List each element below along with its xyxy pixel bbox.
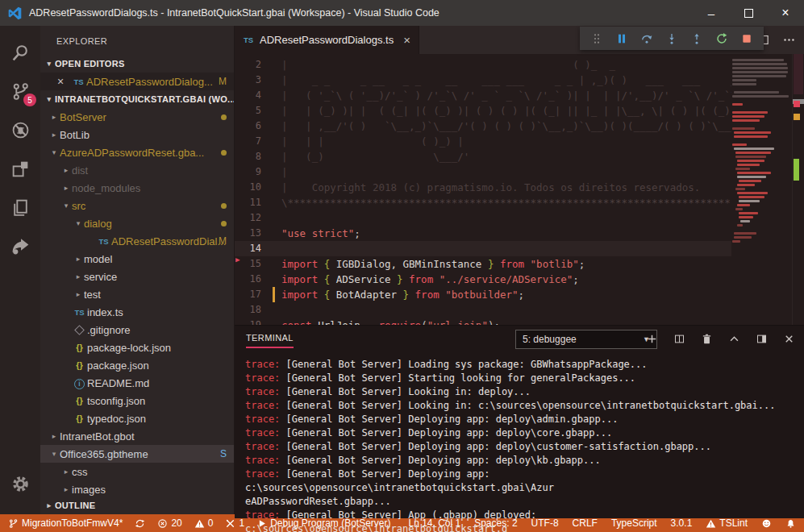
tree-item-label: dialog — [84, 218, 234, 230]
terminal-panel: TERMINAL 5: debuggee ▼ trace: [General B… — [235, 325, 804, 518]
modified-badge: M — [219, 235, 227, 247]
open-editor-item[interactable]: ×TSADResetPasswordDialog...M — [40, 73, 234, 90]
open-editors-header[interactable]: ▾ OPEN EDITORS — [40, 55, 234, 73]
tree-item-package-lock-json[interactable]: {}package-lock.json — [40, 339, 234, 356]
code-line-11: 11\*************************************… — [235, 195, 804, 210]
extensions-icon — [10, 159, 31, 179]
pause-icon[interactable] — [615, 32, 628, 45]
activity-item-extensions[interactable] — [0, 149, 40, 188]
tree-item-label: ADResetPasswordDial... — [111, 235, 234, 247]
close-icon[interactable] — [783, 333, 795, 345]
maximize-button[interactable] — [730, 0, 767, 26]
activity-item-pages[interactable] — [0, 188, 40, 227]
tree-item-azureadpasswordreset-gba-[interactable]: ▾AzureADPasswordReset.gba... — [40, 143, 234, 161]
panel-right-icon[interactable] — [756, 333, 768, 345]
activity-item-source-control[interactable]: 5 — [0, 72, 40, 110]
tree-item-service[interactable]: ▸service — [40, 268, 234, 285]
code-line-3: 3| _ _ _ __ _ _ __ ___ ___ _ _ | ,_)( ) … — [235, 73, 804, 88]
chevron-expanded-icon: ▾ — [44, 95, 55, 103]
tree-item-adresetpassworddial-[interactable]: TSADResetPasswordDial...M — [40, 232, 234, 250]
restart-icon[interactable] — [715, 32, 728, 45]
status-error-count[interactable]: 20 — [157, 517, 181, 529]
line-number: 9 — [235, 164, 261, 180]
tree-item-dist[interactable]: ▸dist — [40, 161, 234, 179]
stop-icon[interactable] — [740, 32, 753, 45]
file-tree: ▸BotServer▸BotLib▾AzureADPasswordReset.g… — [40, 108, 234, 498]
close-editor-icon[interactable]: × — [57, 76, 71, 87]
json-file-icon: {} — [72, 360, 87, 370]
line-number: 4 — [235, 88, 261, 103]
tree-item-label: src — [72, 200, 234, 212]
step-over-icon[interactable] — [640, 32, 653, 45]
title-bar: ADResetPasswordDialogs.ts - IntranetBotQ… — [0, 0, 804, 26]
activity-item-search[interactable] — [0, 33, 40, 72]
tree-item-label: index.ts — [87, 306, 234, 318]
activity-item-share[interactable] — [0, 227, 40, 265]
code-text: | ( '_`\ ( '__)/'_` ) /'_`\ /' _ ` _ `\ … — [281, 88, 736, 103]
chevron-collapsed-icon: ▸ — [60, 485, 72, 493]
tab-terminal[interactable]: TERMINAL — [246, 333, 294, 348]
code-editor[interactable]: 2| ( )_ _3| _ _ _ __ _ _ __ ___ ___ _ _ … — [235, 54, 804, 325]
code-line-9: 9| — [235, 164, 804, 180]
tree-item-botlib[interactable]: ▸BotLib — [40, 126, 234, 143]
plus-icon[interactable] — [646, 333, 658, 345]
sync-icon — [135, 518, 145, 529]
code-line-16: 16import { ADService } from "../service/… — [235, 272, 804, 287]
step-into-icon[interactable] — [665, 32, 678, 45]
tree-item--gitignore[interactable]: .gitignore — [40, 321, 234, 339]
split-panel-icon[interactable] — [673, 333, 685, 345]
chevron-expanded-icon: ▾ — [73, 219, 84, 227]
code-line-18: 18 — [235, 302, 804, 318]
tree-item-readme-md[interactable]: iREADME.md — [40, 374, 234, 392]
tab-adresetpassworddialogs[interactable]: TS ADResetPasswordDialogs.ts × — [235, 26, 419, 54]
tree-item-model[interactable]: ▸model — [40, 250, 234, 268]
step-out-icon[interactable] — [690, 32, 703, 45]
typescript-file-icon: TS — [96, 237, 111, 246]
tree-item-label: typedoc.json — [87, 413, 234, 425]
gutter-modified-indicator — [273, 287, 275, 302]
json-file-icon: {} — [72, 414, 87, 423]
tab-close-icon[interactable]: × — [403, 33, 410, 47]
status-sync-status[interactable] — [135, 518, 145, 529]
trash-icon[interactable] — [701, 333, 713, 345]
terminal-output[interactable]: trace: [General Bot Server] Loading sys … — [235, 352, 804, 532]
line-number: 11 — [235, 195, 261, 210]
tree-item-index-ts[interactable]: TSindex.ts — [40, 303, 234, 321]
gitignore-file-icon — [72, 324, 87, 336]
tree-item-intranetbot-gbot[interactable]: ▸IntranetBot.gbot — [40, 427, 234, 445]
tree-item-label: service — [84, 271, 234, 283]
more-icon[interactable] — [782, 33, 796, 47]
tree-item-typedoc-json[interactable]: {}typedoc.json — [40, 409, 234, 427]
tree-item-node-modules[interactable]: ▸node_modules — [40, 179, 234, 197]
outline-header[interactable]: ▸ OUTLINE — [40, 497, 234, 514]
tree-item-tsconfig-json[interactable]: {}tsconfig.json — [40, 392, 234, 409]
warning-icon — [194, 518, 205, 529]
tree-item-test[interactable]: ▸test — [40, 285, 234, 303]
terminal-select[interactable]: 5: debuggee ▼ — [515, 330, 657, 349]
scm-badge: 5 — [23, 94, 36, 106]
workspace-header[interactable]: ▾ INTRANETBOTQUICKSTART.GBAI (WO... — [40, 90, 234, 108]
close-button[interactable]: × — [767, 0, 804, 26]
tree-item-dialog[interactable]: ▾dialog — [40, 214, 234, 232]
tree-item-images[interactable]: ▸images — [40, 480, 234, 498]
tree-item-css[interactable]: ▸css — [40, 463, 234, 480]
code-line-7: 7| | | ( )_) | — [235, 134, 804, 149]
tree-item-src[interactable]: ▾src — [40, 197, 234, 214]
editor-tab-bar: TS ADResetPasswordDialogs.ts × — [235, 26, 804, 54]
code-text: | | ,__/'( ) `\__,_)`\___/'( ) ( ) ( )`\… — [281, 118, 748, 134]
line-number: 13 — [235, 226, 261, 241]
tree-item-label: tsconfig.json — [87, 395, 234, 407]
minimap[interactable] — [731, 54, 793, 325]
code-line-17: 17import { BotAdapter } from "botbuilder… — [235, 287, 804, 302]
chevron-up-icon[interactable] — [728, 333, 740, 345]
line-number: 18 — [235, 302, 261, 318]
activity-item-debug[interactable] — [0, 110, 40, 149]
tree-item-office365-gbtheme[interactable]: ▾Office365.gbthemeS — [40, 445, 234, 463]
tree-item-botserver[interactable]: ▸BotServer — [40, 108, 234, 126]
settings-button[interactable] — [0, 464, 40, 503]
json-file-icon: {} — [72, 396, 87, 405]
status-git-branch-status[interactable]: MigrationToBotFmwV4* — [8, 517, 123, 529]
modified-dot-badge — [221, 150, 227, 156]
status-warning-count[interactable]: 0 — [194, 517, 214, 529]
tree-item-package-json[interactable]: {}package.json — [40, 356, 234, 374]
